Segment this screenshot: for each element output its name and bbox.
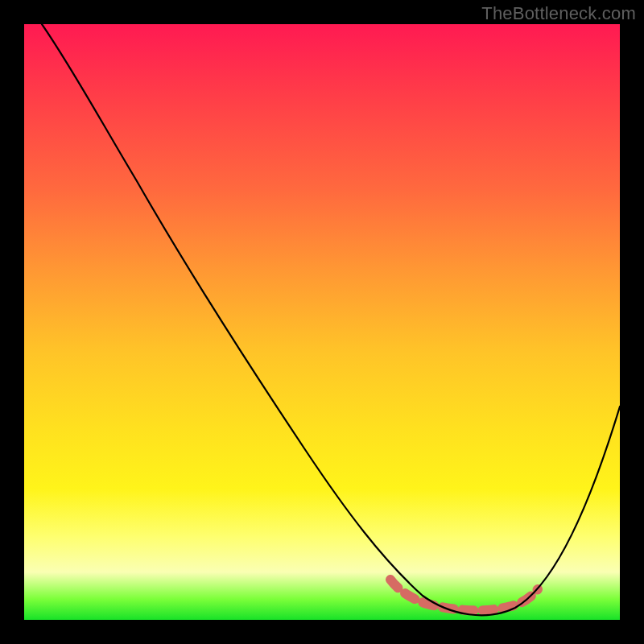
optimal-range-highlight xyxy=(390,580,538,610)
bottleneck-curve xyxy=(42,24,620,615)
curve-layer xyxy=(24,24,620,620)
plot-area xyxy=(24,24,620,620)
watermark-text: TheBottleneck.com xyxy=(481,3,636,24)
chart-frame: TheBottleneck.com xyxy=(0,0,644,644)
